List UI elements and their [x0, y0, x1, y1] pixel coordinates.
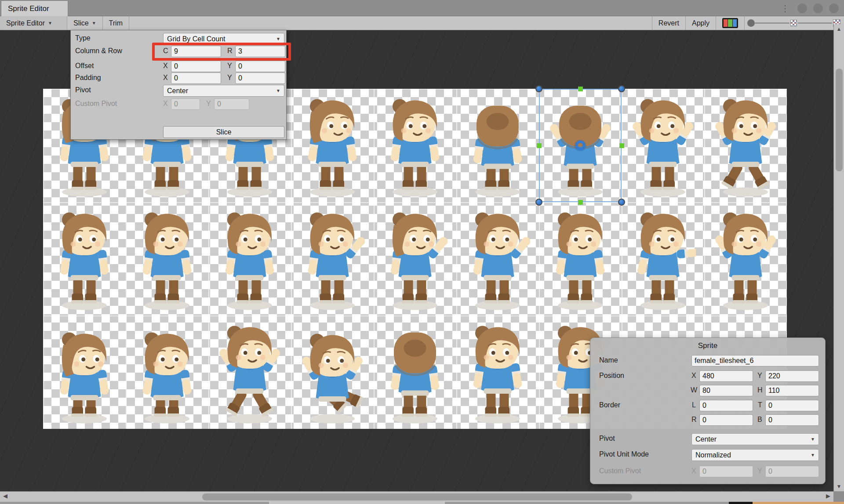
selection-edge-handle[interactable]	[619, 143, 624, 148]
tab-sprite-editor[interactable]: Sprite Editor	[1, 0, 68, 16]
padding-x-value: 0	[174, 74, 178, 82]
sprite-custom-pivot-y-value: 0	[768, 468, 772, 475]
slider-track-2[interactable]	[798, 22, 833, 24]
padding-x-input[interactable]: 0	[171, 73, 221, 84]
height-input[interactable]: 110	[765, 385, 819, 396]
sprite-pivot-label: Pivot	[599, 435, 615, 442]
horizontal-scroll-thumb[interactable]	[202, 493, 632, 500]
slice-menu-label: Slice	[73, 19, 89, 27]
slice-type-dropdown[interactable]: Grid By Cell Count ▼	[163, 33, 284, 45]
sprite-pivot-marker[interactable]	[575, 141, 585, 150]
sprite-cell[interactable]	[208, 315, 291, 429]
more-options-icon[interactable]: ⋮	[781, 4, 789, 13]
sprite-cell[interactable]	[539, 202, 622, 315]
sprite-pivot-dropdown[interactable]: Center ▼	[691, 433, 819, 445]
sprite-cell[interactable]	[126, 202, 208, 315]
sprite-cell[interactable]	[43, 202, 126, 315]
c-axis-label: C	[163, 47, 168, 55]
sprite-cell[interactable]	[704, 89, 787, 202]
border-t-input[interactable]: 0	[765, 400, 819, 411]
sprite-editor-window: Sprite Editor ⋮ Sprite Editor ▼ Slice ▼ …	[0, 0, 844, 504]
border-b-input[interactable]: 0	[765, 414, 819, 426]
sprite-cell[interactable]	[291, 202, 374, 315]
sprite-cell[interactable]	[291, 315, 374, 429]
toolbar: Sprite Editor ▼ Slice ▼ Trim Revert Appl…	[0, 16, 844, 30]
sprite-cell[interactable]	[622, 89, 704, 202]
sprite-cell[interactable]	[456, 315, 539, 429]
vertical-scrollbar[interactable]: ▲ ▼	[833, 24, 844, 491]
x-axis-label: X	[163, 62, 168, 70]
sprite-cell[interactable]	[43, 315, 126, 429]
slider-knob[interactable]	[747, 19, 755, 27]
vertical-scroll-thumb[interactable]	[836, 69, 843, 171]
slider-track[interactable]	[755, 22, 789, 24]
sprite-cell[interactable]	[374, 202, 456, 315]
sprite-editor-mode-dropdown[interactable]: Sprite Editor ▼	[0, 16, 67, 30]
window-button-3[interactable]	[829, 4, 839, 13]
selection-corner-handle[interactable]	[618, 85, 625, 92]
border-l-input[interactable]: 0	[699, 400, 753, 411]
revert-button[interactable]: Revert	[652, 16, 686, 30]
name-label: Name	[599, 356, 618, 364]
offset-x-input[interactable]: 0	[171, 61, 221, 72]
r-axis-label: R	[227, 47, 233, 55]
sprite-cell[interactable]	[208, 202, 291, 315]
border-t-value: 0	[768, 402, 772, 410]
selection-edge-handle[interactable]	[578, 200, 583, 205]
padding-y-input[interactable]: 0	[235, 73, 285, 84]
offset-y-input[interactable]: 0	[235, 61, 285, 72]
horizontal-scrollbar[interactable]: ◀ ▶	[0, 491, 833, 502]
position-x-value: 480	[702, 372, 714, 380]
width-input[interactable]: 80	[699, 385, 753, 396]
sprite-cell[interactable]	[704, 202, 787, 315]
scroll-up-icon[interactable]: ▲	[834, 26, 844, 32]
window-button-2[interactable]	[813, 4, 823, 13]
pivot-unit-mode-dropdown[interactable]: Normalized ▼	[691, 449, 819, 461]
selection-corner-handle[interactable]	[535, 85, 542, 92]
zoom-mip-slider[interactable]	[745, 16, 844, 30]
column-count-input[interactable]: 9	[171, 46, 221, 57]
mip-low-icon	[790, 20, 797, 26]
sprite-cell[interactable]	[374, 315, 456, 429]
chevron-down-icon: ▼	[92, 21, 96, 25]
sprite-cell[interactable]	[374, 89, 456, 202]
sprite-cell[interactable]	[126, 315, 208, 429]
l-axis-label: L	[692, 401, 696, 409]
position-label: Position	[599, 372, 624, 380]
scroll-right-icon[interactable]: ▶	[826, 493, 830, 499]
slice-menu-button[interactable]: Slice ▼	[67, 16, 103, 30]
sprite-custom-pivot-label: Custom Pivot	[599, 467, 641, 475]
selection-edge-handle[interactable]	[537, 143, 542, 148]
x-axis-label: X	[163, 100, 168, 108]
border-r-input[interactable]: 0	[699, 414, 753, 426]
trim-button[interactable]: Trim	[103, 16, 129, 30]
y-axis-label: Y	[227, 62, 232, 70]
t-axis-label: T	[758, 401, 762, 409]
slice-execute-button[interactable]: Slice	[163, 126, 284, 138]
position-x-input[interactable]: 480	[699, 370, 753, 382]
selection-corner-handle[interactable]	[535, 199, 542, 206]
window-button-1[interactable]	[797, 4, 807, 13]
color-channels-button[interactable]	[716, 16, 745, 30]
sprite-cell[interactable]	[456, 202, 539, 315]
apply-button[interactable]: Apply	[686, 16, 716, 30]
sprite-cell[interactable]	[622, 202, 704, 315]
bottom-edge-strip	[0, 502, 844, 504]
selection-edge-handle[interactable]	[578, 87, 583, 91]
selection-corner-handle[interactable]	[618, 199, 625, 206]
window-controls: ⋮	[781, 0, 839, 16]
scroll-down-icon[interactable]: ▼	[834, 483, 844, 489]
width-value: 80	[702, 387, 710, 395]
position-y-input[interactable]: 220	[765, 370, 819, 382]
sprite-name-value: female_tilesheet_6	[695, 357, 753, 365]
x-axis-label: X	[163, 74, 168, 82]
offset-y-value: 0	[238, 62, 242, 70]
sprite-cell[interactable]	[291, 89, 374, 202]
pivot-label: Pivot	[75, 86, 91, 94]
slice-pivot-dropdown[interactable]: Center ▼	[163, 85, 284, 97]
sprite-name-input[interactable]: female_tilesheet_6	[691, 355, 819, 366]
y-axis-label: Y	[227, 74, 232, 82]
sprite-cell[interactable]	[456, 89, 539, 202]
row-count-input[interactable]: 3	[235, 46, 285, 57]
scroll-left-icon[interactable]: ◀	[3, 493, 7, 499]
